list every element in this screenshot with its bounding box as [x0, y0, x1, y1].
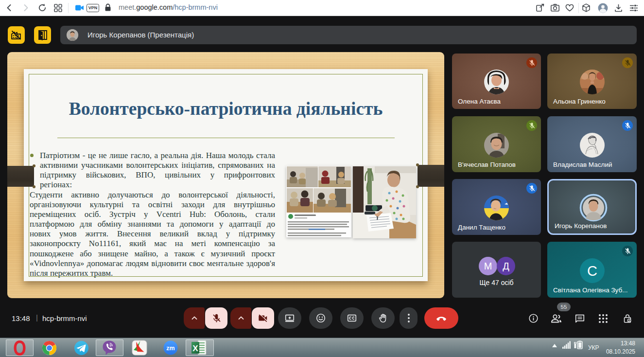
svg-text:М: М	[484, 261, 492, 271]
svg-text:С: С	[587, 263, 597, 279]
svg-text:Д: Д	[503, 261, 509, 271]
svg-text:X: X	[192, 344, 198, 353]
svg-text:zm: zm	[166, 345, 174, 352]
